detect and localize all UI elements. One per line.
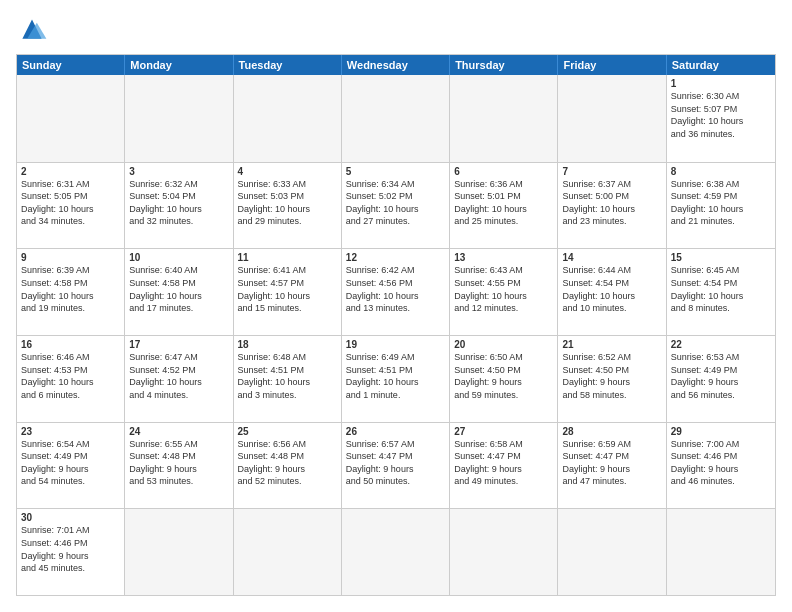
day-number: 15	[671, 252, 771, 263]
day-header-tuesday: Tuesday	[234, 55, 342, 75]
day-header-friday: Friday	[558, 55, 666, 75]
day-number: 19	[346, 339, 445, 350]
day-info: Sunrise: 6:33 AM Sunset: 5:03 PM Dayligh…	[238, 178, 337, 228]
day-number: 24	[129, 426, 228, 437]
calendar-cell: 21Sunrise: 6:52 AM Sunset: 4:50 PM Dayli…	[558, 336, 666, 422]
day-number: 14	[562, 252, 661, 263]
day-info: Sunrise: 6:38 AM Sunset: 4:59 PM Dayligh…	[671, 178, 771, 228]
day-number: 10	[129, 252, 228, 263]
day-number: 23	[21, 426, 120, 437]
calendar-cell: 17Sunrise: 6:47 AM Sunset: 4:52 PM Dayli…	[125, 336, 233, 422]
day-number: 4	[238, 166, 337, 177]
day-number: 30	[21, 512, 120, 523]
day-info: Sunrise: 6:37 AM Sunset: 5:00 PM Dayligh…	[562, 178, 661, 228]
day-info: Sunrise: 6:41 AM Sunset: 4:57 PM Dayligh…	[238, 264, 337, 314]
calendar-cell	[450, 75, 558, 162]
day-number: 7	[562, 166, 661, 177]
calendar-cell: 25Sunrise: 6:56 AM Sunset: 4:48 PM Dayli…	[234, 423, 342, 509]
day-header-saturday: Saturday	[667, 55, 775, 75]
day-info: Sunrise: 6:59 AM Sunset: 4:47 PM Dayligh…	[562, 438, 661, 488]
day-number: 6	[454, 166, 553, 177]
calendar-cell: 6Sunrise: 6:36 AM Sunset: 5:01 PM Daylig…	[450, 163, 558, 249]
calendar-cell	[558, 75, 666, 162]
day-number: 13	[454, 252, 553, 263]
day-info: Sunrise: 6:36 AM Sunset: 5:01 PM Dayligh…	[454, 178, 553, 228]
day-header-wednesday: Wednesday	[342, 55, 450, 75]
calendar-cell: 19Sunrise: 6:49 AM Sunset: 4:51 PM Dayli…	[342, 336, 450, 422]
calendar-cell	[342, 509, 450, 595]
day-number: 21	[562, 339, 661, 350]
calendar-cell: 20Sunrise: 6:50 AM Sunset: 4:50 PM Dayli…	[450, 336, 558, 422]
calendar-row-2: 9Sunrise: 6:39 AM Sunset: 4:58 PM Daylig…	[17, 248, 775, 335]
calendar: SundayMondayTuesdayWednesdayThursdayFrid…	[16, 54, 776, 596]
calendar-cell	[450, 509, 558, 595]
calendar-cell: 22Sunrise: 6:53 AM Sunset: 4:49 PM Dayli…	[667, 336, 775, 422]
calendar-cell	[558, 509, 666, 595]
day-number: 22	[671, 339, 771, 350]
day-info: Sunrise: 6:30 AM Sunset: 5:07 PM Dayligh…	[671, 90, 771, 140]
day-info: Sunrise: 6:57 AM Sunset: 4:47 PM Dayligh…	[346, 438, 445, 488]
calendar-cell: 15Sunrise: 6:45 AM Sunset: 4:54 PM Dayli…	[667, 249, 775, 335]
logo-icon	[16, 16, 48, 44]
day-info: Sunrise: 6:31 AM Sunset: 5:05 PM Dayligh…	[21, 178, 120, 228]
calendar-cell: 7Sunrise: 6:37 AM Sunset: 5:00 PM Daylig…	[558, 163, 666, 249]
calendar-cell: 23Sunrise: 6:54 AM Sunset: 4:49 PM Dayli…	[17, 423, 125, 509]
day-info: Sunrise: 6:40 AM Sunset: 4:58 PM Dayligh…	[129, 264, 228, 314]
day-number: 26	[346, 426, 445, 437]
day-number: 11	[238, 252, 337, 263]
page: SundayMondayTuesdayWednesdayThursdayFrid…	[0, 0, 792, 612]
calendar-cell	[234, 509, 342, 595]
calendar-cell	[234, 75, 342, 162]
logo	[16, 16, 54, 44]
day-header-thursday: Thursday	[450, 55, 558, 75]
calendar-cell: 27Sunrise: 6:58 AM Sunset: 4:47 PM Dayli…	[450, 423, 558, 509]
day-info: Sunrise: 6:54 AM Sunset: 4:49 PM Dayligh…	[21, 438, 120, 488]
calendar-cell: 8Sunrise: 6:38 AM Sunset: 4:59 PM Daylig…	[667, 163, 775, 249]
calendar-cell	[667, 509, 775, 595]
day-info: Sunrise: 6:44 AM Sunset: 4:54 PM Dayligh…	[562, 264, 661, 314]
day-number: 20	[454, 339, 553, 350]
calendar-cell: 28Sunrise: 6:59 AM Sunset: 4:47 PM Dayli…	[558, 423, 666, 509]
day-info: Sunrise: 6:45 AM Sunset: 4:54 PM Dayligh…	[671, 264, 771, 314]
header	[16, 16, 776, 44]
calendar-cell: 10Sunrise: 6:40 AM Sunset: 4:58 PM Dayli…	[125, 249, 233, 335]
day-number: 28	[562, 426, 661, 437]
calendar-cell: 16Sunrise: 6:46 AM Sunset: 4:53 PM Dayli…	[17, 336, 125, 422]
day-info: Sunrise: 6:43 AM Sunset: 4:55 PM Dayligh…	[454, 264, 553, 314]
day-number: 29	[671, 426, 771, 437]
day-info: Sunrise: 6:32 AM Sunset: 5:04 PM Dayligh…	[129, 178, 228, 228]
calendar-cell: 4Sunrise: 6:33 AM Sunset: 5:03 PM Daylig…	[234, 163, 342, 249]
calendar-cell	[125, 75, 233, 162]
calendar-header: SundayMondayTuesdayWednesdayThursdayFrid…	[17, 55, 775, 75]
calendar-row-5: 30Sunrise: 7:01 AM Sunset: 4:46 PM Dayli…	[17, 508, 775, 595]
calendar-cell: 30Sunrise: 7:01 AM Sunset: 4:46 PM Dayli…	[17, 509, 125, 595]
calendar-cell	[17, 75, 125, 162]
day-number: 9	[21, 252, 120, 263]
calendar-cell: 3Sunrise: 6:32 AM Sunset: 5:04 PM Daylig…	[125, 163, 233, 249]
calendar-cell: 14Sunrise: 6:44 AM Sunset: 4:54 PM Dayli…	[558, 249, 666, 335]
calendar-cell: 11Sunrise: 6:41 AM Sunset: 4:57 PM Dayli…	[234, 249, 342, 335]
day-number: 2	[21, 166, 120, 177]
day-number: 1	[671, 78, 771, 89]
day-number: 18	[238, 339, 337, 350]
calendar-cell: 13Sunrise: 6:43 AM Sunset: 4:55 PM Dayli…	[450, 249, 558, 335]
calendar-cell: 26Sunrise: 6:57 AM Sunset: 4:47 PM Dayli…	[342, 423, 450, 509]
calendar-cell: 29Sunrise: 7:00 AM Sunset: 4:46 PM Dayli…	[667, 423, 775, 509]
calendar-cell: 24Sunrise: 6:55 AM Sunset: 4:48 PM Dayli…	[125, 423, 233, 509]
day-info: Sunrise: 6:53 AM Sunset: 4:49 PM Dayligh…	[671, 351, 771, 401]
calendar-row-0: 1Sunrise: 6:30 AM Sunset: 5:07 PM Daylig…	[17, 75, 775, 162]
day-info: Sunrise: 6:34 AM Sunset: 5:02 PM Dayligh…	[346, 178, 445, 228]
calendar-row-3: 16Sunrise: 6:46 AM Sunset: 4:53 PM Dayli…	[17, 335, 775, 422]
day-info: Sunrise: 7:00 AM Sunset: 4:46 PM Dayligh…	[671, 438, 771, 488]
day-info: Sunrise: 6:46 AM Sunset: 4:53 PM Dayligh…	[21, 351, 120, 401]
calendar-cell: 18Sunrise: 6:48 AM Sunset: 4:51 PM Dayli…	[234, 336, 342, 422]
day-info: Sunrise: 6:47 AM Sunset: 4:52 PM Dayligh…	[129, 351, 228, 401]
day-info: Sunrise: 6:39 AM Sunset: 4:58 PM Dayligh…	[21, 264, 120, 314]
day-number: 3	[129, 166, 228, 177]
calendar-cell: 9Sunrise: 6:39 AM Sunset: 4:58 PM Daylig…	[17, 249, 125, 335]
calendar-cell	[342, 75, 450, 162]
day-info: Sunrise: 6:49 AM Sunset: 4:51 PM Dayligh…	[346, 351, 445, 401]
day-number: 25	[238, 426, 337, 437]
calendar-cell: 1Sunrise: 6:30 AM Sunset: 5:07 PM Daylig…	[667, 75, 775, 162]
day-number: 12	[346, 252, 445, 263]
